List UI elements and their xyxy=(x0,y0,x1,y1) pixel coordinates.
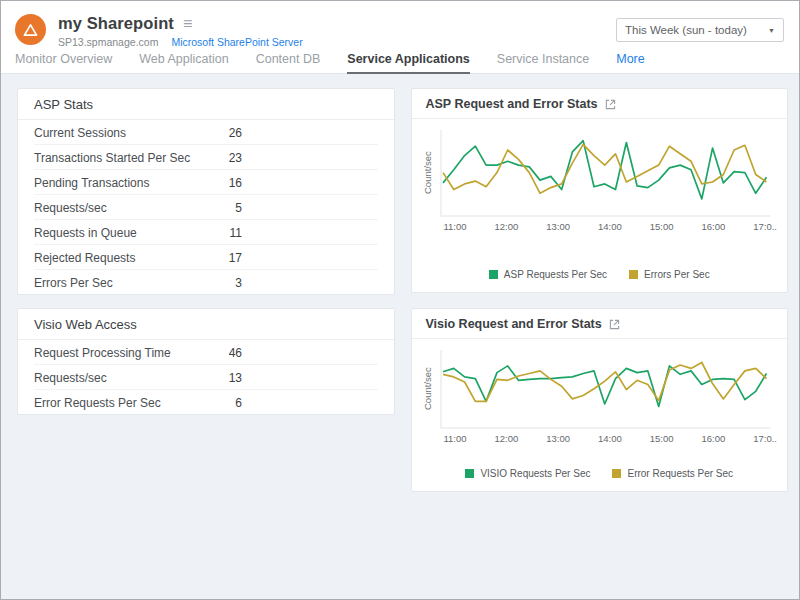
tab-more[interactable]: More xyxy=(616,49,644,73)
stat-label: Error Requests Per Sec xyxy=(34,395,206,410)
x-axis-labels: 11:0012:0013:0014:0015:0016:0017:0.. xyxy=(412,217,788,232)
tab-monitor-overview[interactable]: Monitor Overview xyxy=(15,49,112,73)
stat-value: 17 xyxy=(206,250,242,265)
legend-item[interactable]: Errors Per Sec xyxy=(629,269,710,280)
y-axis-label: Count/sec xyxy=(422,349,436,429)
stat-value: 46 xyxy=(206,345,242,360)
stat-row: Errors Per Sec 3 xyxy=(34,270,378,294)
x-tick-label: 17:0.. xyxy=(753,433,777,444)
legend-swatch-icon xyxy=(612,469,621,478)
x-tick-label: 15:00 xyxy=(650,221,674,232)
dashboard-content: ASP Stats Current Sessions 26 Transactio… xyxy=(1,74,799,599)
legend-item[interactable]: Error Requests Per Sec xyxy=(612,468,733,479)
x-tick-label: 16:00 xyxy=(701,221,725,232)
visio-web-access-title: Visio Web Access xyxy=(18,309,394,340)
legend-label: Error Requests Per Sec xyxy=(627,468,733,479)
stat-label: Transactions Started Per Sec xyxy=(34,150,206,165)
stat-label: Requests/sec xyxy=(34,370,206,385)
x-tick-label: 17:0.. xyxy=(753,221,777,232)
stat-value: 5 xyxy=(206,200,242,215)
chevron-down-icon: ▼ xyxy=(768,27,775,34)
warning-triangle-icon xyxy=(23,23,38,37)
stat-value: 3 xyxy=(206,275,242,290)
monitor-type-link[interactable]: Microsoft SharePoint Server xyxy=(171,36,302,48)
stat-label: Pending Transactions xyxy=(34,175,206,190)
tab-service-instance[interactable]: Service Instance xyxy=(497,49,589,73)
monitor-host: SP13.spmanage.com xyxy=(58,36,158,48)
visio-chart-legend: VISIO Requests Per SecError Requests Per… xyxy=(412,468,788,491)
stat-row: Requests/sec 13 xyxy=(34,365,378,390)
stat-row: Requests/sec 5 xyxy=(34,195,378,220)
stat-row: Rejected Requests 17 xyxy=(34,245,378,270)
open-in-new-window-icon[interactable] xyxy=(605,99,616,110)
legend-swatch-icon xyxy=(629,270,638,279)
stat-row: Error Requests Per Sec 6 xyxy=(34,390,378,414)
legend-label: Errors Per Sec xyxy=(644,269,710,280)
tab-service-applications[interactable]: Service Applications xyxy=(347,49,470,74)
app-window: my Sharepoint ≡ SP13.spmanage.com Micros… xyxy=(0,0,800,600)
open-in-new-window-icon[interactable] xyxy=(609,319,620,330)
stat-label: Requests/sec xyxy=(34,200,206,215)
stat-label: Errors Per Sec xyxy=(34,275,206,290)
x-tick-label: 16:00 xyxy=(701,433,725,444)
asp-stats-title: ASP Stats xyxy=(18,89,394,120)
y-axis-label: Count/sec xyxy=(422,129,436,217)
time-range-dropdown[interactable]: This Week (sun - today) ▼ xyxy=(616,18,784,42)
title-block: my Sharepoint ≡ SP13.spmanage.com Micros… xyxy=(58,14,303,48)
page-title: my Sharepoint xyxy=(58,14,174,33)
stat-value: 11 xyxy=(206,225,242,240)
asp-chart-svg xyxy=(440,129,772,217)
x-tick-label: 12:00 xyxy=(495,221,519,232)
stat-value: 16 xyxy=(206,175,242,190)
time-range-value: This Week (sun - today) xyxy=(625,24,747,36)
stat-row: Request Processing Time 46 xyxy=(34,340,378,365)
stat-value: 6 xyxy=(206,395,242,410)
legend-label: ASP Requests Per Sec xyxy=(504,269,607,280)
legend-swatch-icon xyxy=(465,469,474,478)
stat-row: Transactions Started Per Sec 23 xyxy=(34,145,378,170)
app-header: my Sharepoint ≡ SP13.spmanage.com Micros… xyxy=(1,1,799,49)
asp-chart-card: ASP Request and Error Stats Count/sec 11… xyxy=(411,88,789,293)
tab-bar: Monitor Overview Web Application Content… xyxy=(1,49,799,74)
asp-chart-plot xyxy=(440,129,772,217)
x-tick-label: 11:00 xyxy=(444,221,467,232)
stat-label: Request Processing Time xyxy=(34,345,206,360)
monitor-status-badge xyxy=(15,14,46,45)
tab-content-db[interactable]: Content DB xyxy=(256,49,321,73)
asp-chart-legend: ASP Requests Per SecErrors Per Sec xyxy=(412,269,788,292)
visio-chart-svg xyxy=(440,349,772,429)
x-tick-label: 11:00 xyxy=(444,433,467,444)
x-tick-label: 14:00 xyxy=(598,221,622,232)
visio-chart-card: Visio Request and Error Stats Count/sec … xyxy=(411,308,789,492)
x-tick-label: 12:00 xyxy=(495,433,519,444)
legend-swatch-icon xyxy=(489,270,498,279)
x-tick-label: 13:00 xyxy=(546,433,570,444)
stat-label: Rejected Requests xyxy=(34,250,206,265)
legend-label: VISIO Requests Per Sec xyxy=(480,468,590,479)
stat-value: 13 xyxy=(206,370,242,385)
x-tick-label: 13:00 xyxy=(546,221,570,232)
asp-stats-card: ASP Stats Current Sessions 26 Transactio… xyxy=(17,88,395,295)
visio-web-access-card: Visio Web Access Request Processing Time… xyxy=(17,308,395,415)
stat-label: Current Sessions xyxy=(34,125,206,140)
stat-row: Pending Transactions 16 xyxy=(34,170,378,195)
visio-web-access-rows: Request Processing Time 46 Requests/sec … xyxy=(18,340,394,414)
stat-value: 23 xyxy=(206,150,242,165)
visio-chart-title: Visio Request and Error Stats xyxy=(426,317,602,331)
legend-item[interactable]: VISIO Requests Per Sec xyxy=(465,468,590,479)
stat-label: Requests in Queue xyxy=(34,225,206,240)
stat-row: Current Sessions 26 xyxy=(34,120,378,145)
x-tick-label: 15:00 xyxy=(650,433,674,444)
hamburger-menu-icon[interactable]: ≡ xyxy=(183,16,192,32)
legend-item[interactable]: ASP Requests Per Sec xyxy=(489,269,607,280)
x-axis-labels: 11:0012:0013:0014:0015:0016:0017:0.. xyxy=(412,429,788,444)
asp-chart-title: ASP Request and Error Stats xyxy=(426,97,598,111)
stat-value: 26 xyxy=(206,125,242,140)
tab-web-application[interactable]: Web Application xyxy=(139,49,228,73)
visio-chart-plot xyxy=(440,349,772,429)
x-tick-label: 14:00 xyxy=(598,433,622,444)
asp-stats-rows: Current Sessions 26 Transactions Started… xyxy=(18,120,394,294)
stat-row: Requests in Queue 11 xyxy=(34,220,378,245)
